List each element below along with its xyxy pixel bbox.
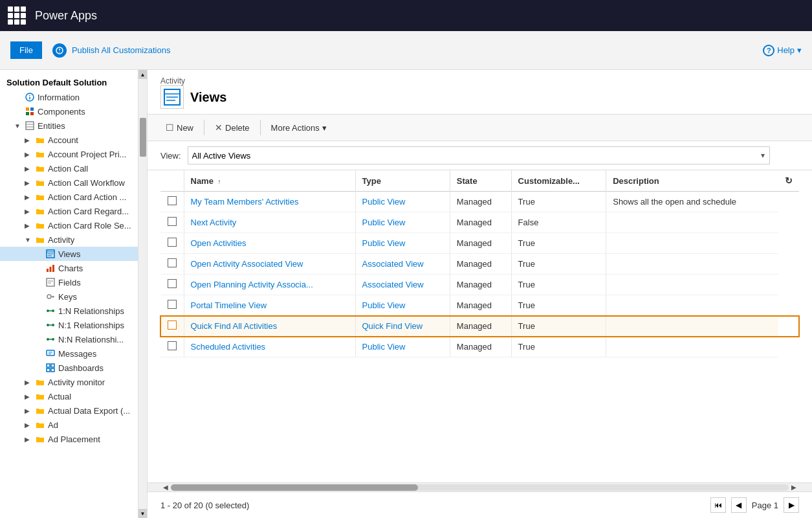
sidebar-item-ad[interactable]: ▶ Ad (0, 418, 138, 432)
scrollbar-thumb[interactable] (140, 118, 146, 157)
row-name-link[interactable]: Quick Find All Activities (191, 321, 278, 331)
sidebar-item-1n-relationships[interactable]: 1:N Relationships (0, 304, 138, 318)
row-checkbox[interactable] (168, 321, 177, 330)
col-state[interactable]: State (450, 170, 511, 192)
publish-link[interactable]: Publish All Customizations (72, 45, 170, 55)
refresh-icon: ↻ (785, 175, 793, 186)
col-customizable[interactable]: Customizable... (511, 170, 606, 192)
sidebar-item-account-project[interactable]: ▶ Account Project Pri... (0, 147, 138, 161)
sidebar-item-action-call-workflow[interactable]: ▶ Action Call Workflow (0, 175, 138, 190)
view-selector-row: View: All Active Views All Views Public … (148, 141, 812, 170)
row-checkbox[interactable] (168, 279, 177, 288)
col-name[interactable]: Name ↑ (184, 170, 355, 192)
expand-arrow: ▶ (25, 179, 32, 186)
cell-customizable: True (511, 192, 606, 212)
row-checkbox[interactable] (168, 300, 177, 309)
keys-icon (45, 291, 56, 302)
sidebar-item-action-call[interactable]: ▶ Action Call (0, 161, 138, 175)
row-name-link[interactable]: Open Activities (191, 238, 247, 248)
table-row[interactable]: Open Planning Activity Associa...Associa… (160, 275, 799, 295)
view-select[interactable]: All Active Views All Views Public Views (188, 146, 770, 164)
sidebar-item-entities[interactable]: ▼ Entities (0, 118, 138, 133)
sidebar-item-components[interactable]: Components (0, 104, 138, 118)
sidebar-item-activity-monitor[interactable]: ▶ Activity monitor (0, 375, 138, 389)
row-checkbox[interactable] (168, 258, 177, 267)
sidebar-item-n1-relationships[interactable]: N:1 Relationships (0, 318, 138, 332)
sidebar-item-nn-relationships[interactable]: N:N Relationshi... (0, 332, 138, 346)
cell-name: Open Activities (184, 233, 355, 254)
scroll-up-button[interactable]: ▲ (138, 70, 147, 79)
sidebar-item-label: Action Card Action ... (48, 192, 126, 202)
row-name-link[interactable]: My Team Members' Activities (191, 197, 299, 207)
entities-icon (25, 120, 35, 131)
row-checkbox-cell (160, 254, 184, 275)
sidebar-item-fields[interactable]: Fields (0, 275, 138, 289)
svg-rect-35 (47, 350, 54, 355)
row-checkbox[interactable] (168, 341, 177, 350)
col-description[interactable]: Description (606, 170, 778, 192)
more-actions-button[interactable]: More Actions ▾ (266, 120, 332, 135)
cell-type: Public View (355, 337, 450, 357)
info-icon (25, 92, 35, 102)
row-checkbox[interactable] (168, 217, 177, 226)
cell-state: Managed (450, 316, 511, 337)
cell-description (606, 212, 778, 233)
page-prev-button[interactable]: ◀ (731, 497, 747, 513)
scroll-right-icon[interactable]: ▶ (789, 484, 799, 491)
col-refresh[interactable]: ↻ (778, 170, 799, 192)
sidebar-item-action-card-regard[interactable]: ▶ Action Card Regard... (0, 204, 138, 218)
table-row[interactable]: Open ActivitiesPublic ViewManagedTrue (160, 233, 799, 254)
waffle-icon[interactable] (8, 6, 26, 25)
expand-arrow: ▶ (25, 393, 32, 400)
no-arrow (14, 94, 22, 101)
sidebar-item-charts[interactable]: Charts (0, 261, 138, 275)
cell-type: Public View (355, 192, 450, 212)
sidebar-item-dashboards[interactable]: Dashboards (0, 361, 138, 375)
row-name-link[interactable]: Open Activity Associated View (191, 259, 303, 269)
scroll-left-icon[interactable]: ◀ (160, 484, 171, 491)
new-icon: ☐ (166, 122, 174, 133)
sidebar-item-ad-placement[interactable]: ▶ Ad Placement (0, 432, 138, 446)
help-chevron-icon: ▾ (797, 45, 802, 55)
svg-rect-39 (51, 364, 54, 367)
table-row[interactable]: Next ActivityPublic ViewManagedFalse (160, 212, 799, 233)
row-name-link[interactable]: Scheduled Activities (191, 342, 266, 352)
page-next-button[interactable]: ▶ (784, 497, 799, 513)
row-checkbox[interactable] (168, 238, 177, 247)
new-button[interactable]: ☐ New (160, 120, 199, 135)
sidebar-item-actual-data-export[interactable]: ▶ Actual Data Export (... (0, 403, 138, 418)
delete-button[interactable]: ✕ Delete (210, 120, 255, 135)
sidebar-item-account[interactable]: ▶ Account (0, 133, 138, 147)
page-first-button[interactable]: ⏮ (710, 497, 726, 513)
col-type[interactable]: Type (355, 170, 450, 192)
sidebar-item-keys[interactable]: Keys (0, 289, 138, 304)
col-checkbox (160, 170, 184, 192)
help-button[interactable]: ? Help ▾ (763, 45, 802, 56)
table-row[interactable]: My Team Members' ActivitiesPublic ViewMa… (160, 192, 799, 212)
h-scrollbar-thumb[interactable] (171, 484, 418, 491)
sidebar-item-label: Dashboards (58, 363, 104, 373)
folder-icon (35, 192, 45, 202)
row-name-link[interactable]: Next Activity (191, 218, 237, 227)
table-row[interactable]: Open Activity Associated ViewAssociated … (160, 254, 799, 275)
sidebar-item-messages[interactable]: Messages (0, 346, 138, 361)
table-row[interactable]: Quick Find All ActivitiesQuick Find View… (160, 316, 799, 337)
sidebar-item-actual[interactable]: ▶ Actual (0, 389, 138, 403)
cell-name: Open Activity Associated View (184, 254, 355, 275)
sidebar-item-views[interactable]: Views (0, 247, 138, 261)
messages-icon (45, 348, 56, 359)
row-name-link[interactable]: Open Planning Activity Associa... (191, 280, 313, 289)
sidebar-item-action-card-action[interactable]: ▶ Action Card Action ... (0, 190, 138, 204)
sidebar-item-action-card-role-se[interactable]: ▶ Action Card Role Se... (0, 218, 138, 232)
help-label: Help (777, 45, 795, 55)
table-row[interactable]: Scheduled ActivitiesPublic ViewManagedTr… (160, 337, 799, 357)
sidebar-item-activity[interactable]: ▼ Activity (0, 232, 138, 247)
col-state-label: State (457, 176, 477, 186)
file-button[interactable]: File (10, 41, 42, 59)
table-row[interactable]: Portal Timeline ViewPublic ViewManagedTr… (160, 295, 799, 316)
row-checkbox[interactable] (168, 196, 177, 205)
row-name-link[interactable]: Portal Timeline View (191, 300, 267, 310)
sidebar-item-information[interactable]: Information (0, 90, 138, 104)
no-arrow (35, 308, 43, 315)
scroll-down-button[interactable]: ▼ (138, 509, 147, 518)
